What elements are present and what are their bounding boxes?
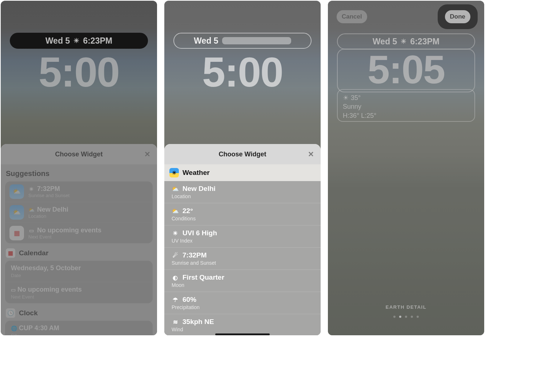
calendar-card: Wednesday, 5 October Date ▭ No upcoming … bbox=[5, 261, 153, 303]
globe-icon: 🌐 bbox=[11, 325, 17, 331]
weather-cond: Sunny bbox=[343, 102, 469, 111]
partly-cloudy-icon: ⛅ bbox=[172, 208, 179, 215]
time-widget-box[interactable]: 5:05 bbox=[337, 49, 475, 92]
sunset-icon: ☀ bbox=[73, 37, 79, 45]
suggestion-row[interactable]: ⛅ ⛅New Delhi Location bbox=[5, 202, 153, 223]
date-text: Wed 5 bbox=[373, 37, 397, 47]
cancel-button[interactable]: Cancel bbox=[337, 10, 367, 23]
sun-icon: ☀ bbox=[343, 93, 349, 102]
done-highlight: Done bbox=[438, 4, 478, 29]
weather-widget-box[interactable]: ☀35° Sunny H:36° L:25° bbox=[337, 89, 475, 122]
choose-widget-sheet: Choose Widget ✕ ☀ Weather ⛅New Delhi Loc… bbox=[164, 144, 321, 335]
suggestion-row[interactable]: ▦ ▭No upcoming events Next Event bbox=[5, 223, 153, 243]
clock-section-header: 🕓 Clock bbox=[1, 308, 157, 321]
moon-icon: ◐ bbox=[172, 274, 179, 281]
sheet-header: Choose Widget ✕ bbox=[164, 144, 321, 164]
lock-screen-time: 5:05 bbox=[338, 49, 474, 89]
calendar-icon: ▦ bbox=[9, 226, 24, 240]
calendar-mini-icon: ▭ bbox=[11, 287, 16, 293]
sunset-time: 6:23PM bbox=[410, 37, 439, 47]
calendar-row[interactable]: ▭ No upcoming events Next Event bbox=[5, 282, 153, 303]
screenshot-3: Cancel Done Wed 5 ☀ 6:23PM 5:05 ☀35° Sun… bbox=[328, 1, 484, 335]
calendar-section-header: ▦ Calendar bbox=[1, 248, 157, 261]
calendar-icon: ▦ bbox=[6, 248, 15, 258]
screenshot-1: Wed 5 ☀ 6:23PM 5:00 Choose Widget ✕ Sugg… bbox=[1, 1, 157, 335]
sunset-icon: ☀ bbox=[401, 37, 406, 45]
widget-row[interactable]: ⛅New Delhi Location bbox=[164, 181, 321, 203]
sunset-icon: ☄ bbox=[172, 252, 179, 259]
weather-range: H:36° L:25° bbox=[343, 111, 469, 120]
page-dots[interactable] bbox=[328, 316, 484, 318]
weather-temp: 35° bbox=[351, 93, 361, 102]
screenshot-2: Wed 5 5:00 Choose Widget ✕ ☀ Weather ⛅Ne… bbox=[164, 1, 321, 335]
sunset-time: 6:23PM bbox=[83, 36, 112, 46]
suggestions-card: ⛅ ☀7:32PM Sunrise and Sunset ⛅ ⛅New Delh… bbox=[5, 181, 153, 243]
sheet-header: Choose Widget ✕ bbox=[1, 144, 157, 164]
widget-row[interactable]: ☀UVI 6 High UV Index bbox=[164, 225, 321, 248]
widget-row[interactable]: ⛅22° Conditions bbox=[164, 203, 321, 225]
partly-cloudy-icon: ⛅ bbox=[172, 185, 179, 192]
widget-row[interactable]: ☄7:32PM Sunrise and Sunset bbox=[164, 248, 321, 270]
calendar-row[interactable]: Wednesday, 5 October Date bbox=[5, 261, 153, 282]
lock-screen-time: 5:00 bbox=[164, 48, 321, 96]
weather-icon: ⛅ bbox=[9, 205, 24, 220]
wind-icon: ≋ bbox=[172, 319, 179, 325]
close-icon[interactable]: ✕ bbox=[142, 149, 152, 159]
calendar-mini-icon: ▭ bbox=[28, 228, 34, 233]
widget-list: ⛅New Delhi Location ⛅22° Conditions ☀UVI… bbox=[164, 181, 321, 335]
suggestions-heading: Suggestions bbox=[1, 164, 157, 181]
widget-row[interactable]: ◐First Quarter Moon bbox=[164, 270, 321, 292]
weather-app-header: ☀ Weather bbox=[164, 164, 321, 181]
umbrella-icon: ☂ bbox=[172, 296, 179, 303]
date-widget-pill[interactable]: Wed 5 ☀ 6:23PM bbox=[10, 33, 148, 49]
sheet-title: Choose Widget bbox=[219, 151, 266, 158]
date-text: Wed 5 bbox=[194, 36, 218, 46]
date-widget-pill[interactable]: Wed 5 bbox=[173, 33, 312, 49]
style-label: EARTH DETAIL bbox=[328, 304, 484, 310]
weather-icon: ⛅ bbox=[9, 184, 24, 199]
suggestion-row[interactable]: ⛅ ☀7:32PM Sunrise and Sunset bbox=[5, 181, 153, 202]
app-name: Weather bbox=[182, 169, 210, 177]
skeleton-placeholder bbox=[222, 37, 291, 44]
sunset-icon: ☀ bbox=[28, 186, 34, 192]
weather-app-icon: ☀ bbox=[169, 168, 179, 177]
clock-icon: 🕓 bbox=[6, 308, 15, 318]
home-indicator[interactable] bbox=[215, 333, 270, 335]
widget-row[interactable]: ≋35kph NE Wind bbox=[164, 314, 321, 335]
widget-row[interactable]: ☂60% Precipitation bbox=[164, 292, 321, 314]
done-button[interactable]: Done bbox=[445, 10, 471, 23]
clock-card: 🌐 CUP 4:30 AM City bbox=[5, 321, 153, 335]
partly-cloudy-icon: ⛅ bbox=[28, 207, 34, 213]
choose-widget-sheet: Choose Widget ✕ Suggestions ⛅ ☀7:32PM Su… bbox=[1, 144, 157, 335]
sun-icon: ☀ bbox=[172, 230, 179, 237]
date-text: Wed 5 bbox=[45, 36, 70, 46]
close-icon[interactable]: ✕ bbox=[306, 149, 316, 159]
sheet-title: Choose Widget bbox=[55, 151, 103, 158]
lock-screen-time: 5:00 bbox=[1, 48, 157, 96]
clock-row[interactable]: 🌐 CUP 4:30 AM City bbox=[5, 321, 153, 335]
